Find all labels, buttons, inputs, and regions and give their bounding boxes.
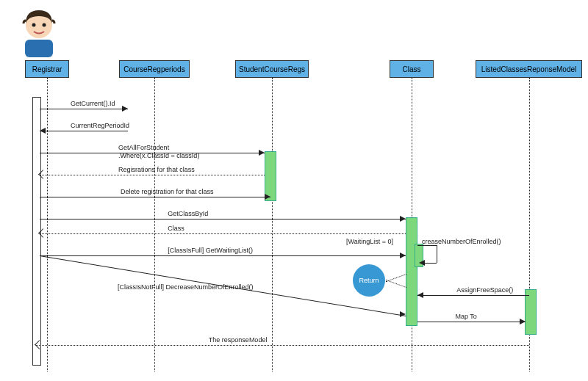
msg-label: [ClassIsNotFull] DecreaseNumberOfEnrolle… (118, 283, 254, 291)
lifeline-listedclassesreponsemodel: ListedClassesReponseModel (476, 60, 582, 78)
lifeline-courseregperiods: CourseRegperiods (119, 60, 190, 78)
lifeline-registrar: Registrar (25, 60, 69, 78)
msg-label: GetCurrent().Id (71, 100, 115, 107)
msg-label: GetClassById (168, 210, 208, 217)
msg-label: .Where(x.ClassId = classId) (118, 152, 199, 159)
msg-label: CurrentRegPeriodId (71, 122, 129, 129)
msg-label: [ClassIsFull] GetWaitingList() (168, 247, 253, 254)
avatar (21, 6, 57, 57)
message-arrow (40, 197, 270, 197)
msg-label: creaseNumberOfEnrolled() (422, 238, 501, 245)
msg-label: Regisrations for that class (118, 166, 195, 173)
svg-rect-0 (25, 40, 53, 57)
msg-label: Class (168, 225, 184, 232)
msg-label: GetAllForStudent (118, 144, 169, 151)
msg-label: AssignFreeSpace() (456, 286, 513, 294)
lifeline-studentcourseregs: StudentCourseRegs (235, 60, 309, 78)
lifeline-class: Class (390, 60, 434, 78)
svg-point-3 (43, 23, 46, 27)
msg-label: [WaitingList = 0] (346, 238, 393, 245)
message-arrow (40, 219, 406, 219)
message-arrow (36, 345, 529, 346)
message-arrow (40, 255, 406, 256)
message-arrow (417, 295, 529, 296)
return-text: Return (359, 277, 379, 284)
lifeline-line (154, 78, 155, 371)
lifeline-line (272, 78, 273, 371)
message-arrow (40, 131, 128, 131)
activation-class (406, 217, 417, 326)
message-arrow (40, 109, 128, 109)
lifeline-line (47, 78, 48, 371)
msg-label: Delete registration for that class (121, 188, 214, 195)
message-arrow (417, 322, 526, 322)
svg-point-2 (32, 23, 36, 27)
message-arrow (40, 175, 265, 175)
msg-label: The responseModel (209, 336, 268, 344)
activation-listed (525, 289, 537, 335)
message-arrow (40, 233, 406, 234)
msg-label: Map To (455, 313, 476, 320)
return-badge: Return (353, 264, 385, 297)
